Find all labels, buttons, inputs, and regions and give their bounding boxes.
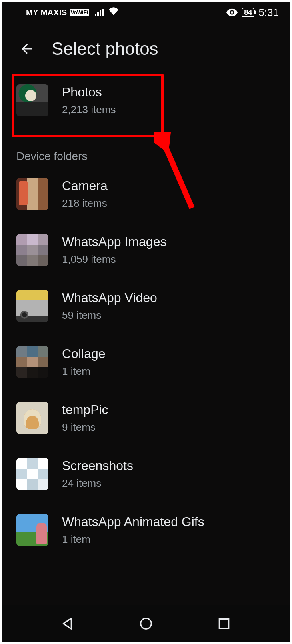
folder-item-whatsapp-gifs[interactable]: WhatsApp Animated Gifs 1 item	[2, 502, 290, 558]
header: Select photos	[2, 23, 290, 71]
folder-title: Camera	[62, 178, 108, 193]
folder-count: 218 items	[62, 197, 108, 210]
folder-thumbnail	[16, 84, 48, 116]
eye-icon	[226, 8, 238, 16]
folder-title: WhatsApp Video	[62, 290, 157, 305]
folder-thumbnail	[16, 290, 48, 322]
folder-item-collage[interactable]: Collage 1 item	[2, 334, 290, 390]
folder-count: 59 items	[62, 309, 157, 322]
folder-title: Screenshots	[62, 458, 133, 473]
folder-thumbnail	[16, 458, 48, 490]
nav-recent-button[interactable]	[212, 612, 236, 636]
folder-item-temppic[interactable]: tempPic 9 items	[2, 390, 290, 446]
signal-icon	[95, 9, 104, 16]
arrow-left-icon	[19, 41, 34, 56]
vowifi-badge: VoWiFi	[70, 9, 89, 16]
nav-back-button[interactable]	[56, 612, 80, 636]
folder-title: Photos	[62, 85, 116, 100]
carrier-label: MY MAXIS	[26, 8, 67, 17]
folder-count: 1,059 items	[62, 253, 166, 266]
triangle-back-icon	[60, 616, 76, 632]
nav-home-button[interactable]	[134, 612, 158, 636]
section-device-folders: Device folders	[2, 128, 290, 166]
square-recent-icon	[216, 616, 232, 632]
folder-list: Photos 2,213 items Device folders Camera…	[2, 71, 290, 606]
folder-title: WhatsApp Animated Gifs	[62, 514, 204, 529]
battery-indicator: 84	[242, 8, 254, 17]
folder-count: 1 item	[62, 365, 106, 378]
folder-thumbnail	[16, 178, 48, 210]
back-button[interactable]	[18, 40, 36, 58]
clock: 5:31	[258, 6, 279, 19]
status-bar: MY MAXIS VoWiFi 84 5:31	[2, 2, 290, 23]
svg-rect-3	[219, 619, 228, 628]
folder-title: Collage	[62, 346, 106, 361]
circle-home-icon	[138, 616, 154, 632]
folder-title: tempPic	[62, 402, 108, 417]
page-title: Select photos	[52, 39, 158, 59]
folder-item-camera[interactable]: Camera 218 items	[2, 166, 290, 222]
folder-count: 24 items	[62, 477, 133, 490]
navigation-bar	[2, 605, 290, 642]
folder-item-photos[interactable]: Photos 2,213 items	[2, 71, 290, 128]
wifi-icon	[108, 7, 119, 18]
svg-point-0	[231, 11, 233, 14]
folder-item-screenshots[interactable]: Screenshots 24 items	[2, 446, 290, 502]
folder-count: 9 items	[62, 421, 108, 434]
folder-item-whatsapp-images[interactable]: WhatsApp Images 1,059 items	[2, 222, 290, 278]
folder-item-whatsapp-video[interactable]: WhatsApp Video 59 items	[2, 278, 290, 334]
folder-thumbnail	[16, 346, 48, 378]
folder-count: 2,213 items	[62, 104, 116, 116]
svg-point-2	[141, 618, 152, 629]
folder-title: WhatsApp Images	[62, 234, 166, 249]
folder-thumbnail	[16, 234, 48, 266]
folder-count: 1 item	[62, 533, 204, 546]
folder-thumbnail	[16, 402, 48, 434]
folder-thumbnail	[16, 514, 48, 546]
